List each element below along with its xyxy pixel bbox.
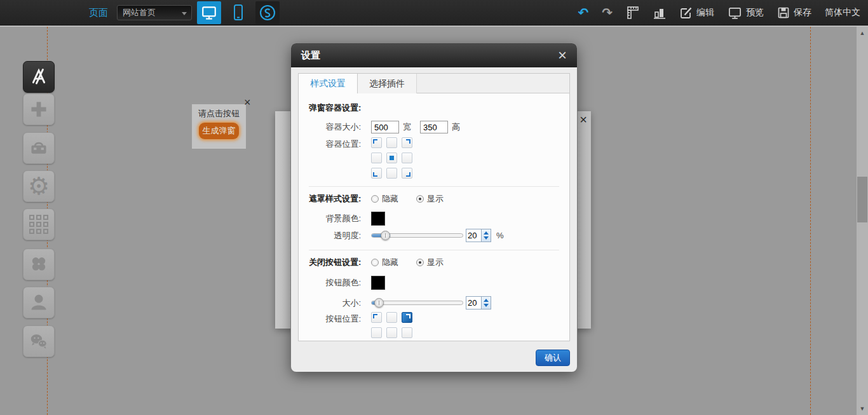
- spin-down-icon[interactable]: [484, 304, 489, 307]
- mask-hide-radio[interactable]: [371, 195, 379, 203]
- position-cell[interactable]: [386, 137, 397, 148]
- sidebar-item-modules[interactable]: [23, 208, 55, 240]
- link-tools-button[interactable]: [255, 1, 280, 24]
- mobile-view-button[interactable]: [226, 1, 250, 24]
- preview-button[interactable]: 预览: [728, 6, 764, 20]
- scrollbar-thumb[interactable]: [857, 177, 867, 222]
- opacity-slider[interactable]: [371, 233, 463, 238]
- corner-tr-icon: [406, 139, 410, 144]
- gear-icon: ⚙: [28, 174, 50, 198]
- redo-icon: ↷: [602, 6, 613, 19]
- btn-position-label: 按钮位置:: [309, 313, 361, 325]
- guide-line-right: [810, 27, 811, 415]
- position-cell[interactable]: [371, 168, 382, 179]
- btn-color-label: 按钮颜色:: [309, 277, 361, 289]
- position-cell[interactable]: [402, 327, 412, 338]
- desktop-view-button[interactable]: [197, 1, 221, 24]
- position-cell[interactable]: [371, 153, 382, 163]
- save-button[interactable]: 保存: [777, 6, 811, 19]
- size-spinner[interactable]: [481, 297, 491, 309]
- opacity-slider-thumb[interactable]: [381, 231, 390, 240]
- container-position-grid: [371, 137, 412, 179]
- mask-show-label[interactable]: 显示: [427, 193, 444, 205]
- user-icon: [27, 291, 50, 314]
- corner-br-icon: [406, 172, 410, 177]
- opacity-value-input[interactable]: [466, 229, 481, 242]
- spin-up-icon[interactable]: [484, 299, 489, 302]
- position-cell[interactable]: [386, 312, 397, 323]
- confirm-button[interactable]: 确认: [536, 350, 570, 366]
- scroll-up-arrow-icon[interactable]: ▲: [857, 28, 868, 38]
- close-btn-hide-label[interactable]: 隐藏: [382, 257, 398, 268]
- bg-color-swatch[interactable]: [371, 212, 385, 226]
- plus-icon: [28, 99, 50, 120]
- spin-up-icon[interactable]: [484, 231, 489, 235]
- widget-close-icon[interactable]: ×: [244, 97, 251, 108]
- dialog-tabs: 样式设置 选择插件: [298, 73, 570, 93]
- page-scrollbar[interactable]: ▲ ▼: [857, 27, 868, 415]
- dialog-title: 设置: [301, 50, 320, 62]
- sidebar-item-plugins[interactable]: [23, 248, 55, 280]
- btn-color-swatch[interactable]: [371, 276, 385, 290]
- sidebar-item-add-module[interactable]: [23, 93, 55, 125]
- undo-button[interactable]: ↶: [578, 6, 588, 19]
- top-toolbar: 页面 网站首页: [0, 0, 868, 25]
- language-switcher[interactable]: 简体中文: [825, 7, 860, 18]
- opacity-spinner[interactable]: [481, 229, 491, 242]
- stats-button[interactable]: [653, 6, 666, 19]
- position-cell[interactable]: [371, 137, 382, 148]
- preview-monitor-icon: [728, 6, 742, 20]
- mask-section-heading: 遮罩样式设置:: [309, 193, 370, 205]
- spin-down-icon[interactable]: [484, 236, 489, 240]
- sidebar-item-settings[interactable]: ⚙: [23, 170, 55, 202]
- position-cell[interactable]: [402, 312, 412, 323]
- ruler-icon: [626, 6, 640, 20]
- close-btn-show-label[interactable]: 显示: [427, 257, 444, 268]
- sidebar-item-member[interactable]: [23, 287, 55, 318]
- sidebar-item-app-design[interactable]: [23, 61, 55, 93]
- container-section-heading: 弹窗容器设置:: [309, 102, 569, 114]
- size-slider[interactable]: [371, 301, 463, 305]
- sidebar-item-wechat[interactable]: [23, 325, 55, 357]
- redo-button[interactable]: ↷: [602, 6, 613, 19]
- size-value-input[interactable]: [466, 297, 481, 309]
- corner-tl-icon: [373, 314, 377, 318]
- edit-icon: [679, 6, 693, 20]
- container-width-input[interactable]: [371, 121, 399, 133]
- width-unit-label: 宽: [403, 121, 411, 133]
- position-cell[interactable]: [371, 327, 382, 338]
- corner-tr-icon: [406, 314, 410, 318]
- phone-icon: [231, 4, 246, 22]
- edit-button[interactable]: 编辑: [679, 6, 714, 20]
- btn-size-label: 大小:: [309, 297, 361, 309]
- widget-prompt-text: 请点击按钮: [192, 108, 246, 119]
- preview-close-icon[interactable]: ×: [580, 112, 587, 127]
- scroll-down-arrow-icon[interactable]: ▼: [857, 404, 868, 414]
- position-cell[interactable]: [402, 168, 412, 179]
- position-cell[interactable]: [371, 312, 382, 323]
- toolbox-icon: [27, 137, 50, 160]
- mask-hide-label[interactable]: 隐藏: [382, 193, 398, 205]
- close-btn-hide-radio[interactable]: [371, 259, 379, 266]
- position-cell[interactable]: [386, 168, 397, 179]
- tab-select-plugin[interactable]: 选择插件: [358, 74, 417, 93]
- ruler-button[interactable]: [626, 6, 640, 20]
- container-height-input[interactable]: [420, 121, 448, 133]
- sidebar-item-toolbox[interactable]: [23, 132, 55, 164]
- close-btn-section-heading: 关闭按钮设置:: [309, 257, 370, 268]
- page-select-dropdown[interactable]: 网站首页: [117, 5, 192, 20]
- generate-popup-button[interactable]: 生成弹窗: [199, 123, 239, 139]
- position-cell[interactable]: [402, 153, 412, 163]
- size-slider-thumb[interactable]: [374, 298, 384, 308]
- opacity-unit-label: %: [496, 231, 504, 240]
- close-btn-show-radio[interactable]: [416, 259, 424, 266]
- bar-chart-icon: [653, 6, 666, 19]
- position-cell[interactable]: [386, 153, 397, 163]
- tab-style-settings[interactable]: 样式设置: [299, 74, 358, 93]
- position-cell[interactable]: [386, 327, 397, 338]
- dialog-close-icon[interactable]: ×: [558, 48, 567, 62]
- mask-show-radio[interactable]: [416, 195, 424, 203]
- save-icon: [777, 6, 790, 19]
- wechat-icon: [27, 330, 50, 353]
- position-cell[interactable]: [402, 137, 412, 148]
